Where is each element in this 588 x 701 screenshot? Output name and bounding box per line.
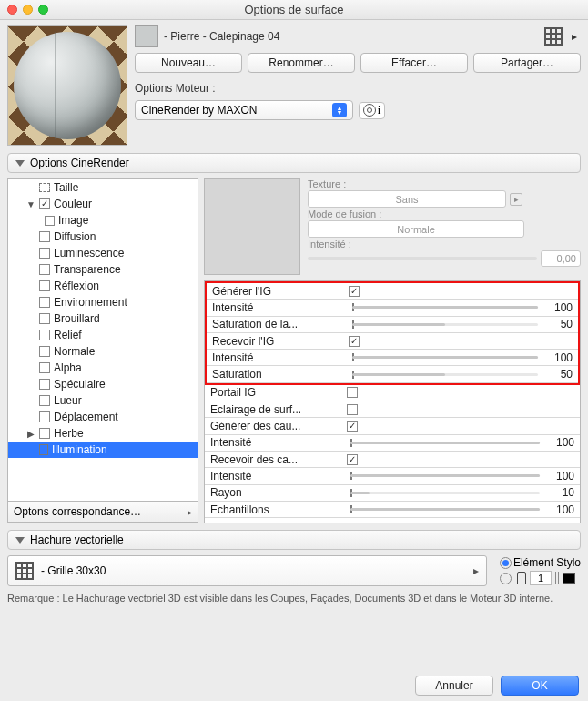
rename-button[interactable]: Renommer… xyxy=(248,53,355,73)
pen-element-radio[interactable]: Elément Stylo xyxy=(500,556,581,569)
prop-row: Intensité100 xyxy=(205,468,580,484)
checkbox-icon[interactable] xyxy=(39,346,50,357)
pen-icon xyxy=(517,572,526,584)
prop-row: Rayon10 xyxy=(205,485,580,502)
checkbox-icon[interactable] xyxy=(39,411,50,422)
export-arrow-icon[interactable]: ▸ xyxy=(568,30,581,43)
cancel-button[interactable]: Annuler xyxy=(415,676,493,696)
material-swatch[interactable] xyxy=(135,25,158,47)
tree-item-d-placement[interactable]: Déplacement xyxy=(8,409,198,425)
engine-value: CineRender by MAXON xyxy=(141,104,257,117)
tree-item-relief[interactable]: Relief xyxy=(8,327,198,343)
checkbox[interactable] xyxy=(347,387,358,398)
checkbox-icon[interactable] xyxy=(39,330,50,340)
texture-browse-icon[interactable]: ▸ xyxy=(510,193,522,206)
new-button[interactable]: Nouveau… xyxy=(135,53,242,73)
engine-select[interactable]: CineRender by MAXON ▲▼ xyxy=(135,100,353,120)
file-icon xyxy=(39,444,48,455)
prop-row: Générer des cau... xyxy=(205,418,580,434)
prop-row: Intensité100 xyxy=(207,300,578,316)
prop-row: Portail IG xyxy=(205,385,580,401)
checkbox[interactable] xyxy=(347,421,358,432)
checkbox[interactable] xyxy=(347,404,358,415)
texture-button[interactable]: Sans xyxy=(308,190,506,208)
tree-item-environnement[interactable]: Environnement xyxy=(8,294,198,310)
tree-item-illumination[interactable]: Illumination xyxy=(8,442,198,458)
sphere-icon xyxy=(14,32,121,139)
blendmode-button[interactable]: Normale xyxy=(308,220,524,238)
tree-item-image[interactable]: Image xyxy=(8,212,198,229)
slider[interactable] xyxy=(350,492,540,494)
checkbox-icon[interactable] xyxy=(39,379,50,390)
slider[interactable] xyxy=(352,373,538,376)
hatch-grid-icon[interactable] xyxy=(544,27,563,46)
illumination-properties: Générer l'IGIntensité100Saturation de la… xyxy=(204,280,581,523)
tree-footer-label: Optons correspondance… xyxy=(14,505,141,518)
slider[interactable] xyxy=(350,508,540,511)
pen-custom-radio[interactable]: 1 xyxy=(500,571,581,585)
checkbox-icon[interactable] xyxy=(39,264,50,275)
checkbox[interactable] xyxy=(349,336,360,347)
material-3d-preview xyxy=(7,25,127,146)
intensity-value[interactable]: 0,00 xyxy=(541,250,581,267)
tree-item-brouillard[interactable]: Brouillard xyxy=(8,310,198,327)
texture-label: Texture : xyxy=(308,178,581,189)
checkbox-icon[interactable] xyxy=(39,362,50,373)
hatch-remark: Remarque : Le Hachurage vectoriel 3D est… xyxy=(7,592,581,604)
material-name: - Pierre - Calepinage 04 xyxy=(164,30,539,43)
hatch-title: Hachure vectorielle xyxy=(30,533,124,546)
tree-item-transparence[interactable]: Transparence xyxy=(8,261,198,278)
checkbox-icon[interactable] xyxy=(39,231,50,242)
checkbox-icon[interactable] xyxy=(39,248,50,259)
hatch-grid-icon xyxy=(15,562,34,580)
pen-number-input[interactable]: 1 xyxy=(530,571,552,585)
checkbox-icon[interactable] xyxy=(39,198,50,209)
prop-row: Eclairage de surf... xyxy=(205,401,580,418)
tree-item-lueur[interactable]: Lueur xyxy=(8,392,198,409)
highlighted-ig-group: Générer l'IGIntensité100Saturation de la… xyxy=(205,281,580,385)
tree-item-r-flexion[interactable]: Réflexion xyxy=(8,278,198,294)
checkbox-icon[interactable] xyxy=(39,395,50,406)
color-swatch-black[interactable] xyxy=(563,573,575,584)
hatch-section-header[interactable]: Hachure vectorielle xyxy=(7,530,581,550)
chevron-right-icon: ▸ xyxy=(188,507,192,517)
tree-item-taille[interactable]: Taille xyxy=(8,179,198,196)
slider[interactable] xyxy=(350,442,540,444)
tree-item-alpha[interactable]: Alpha xyxy=(8,360,198,376)
channel-tree[interactable]: Taille▼CouleurImageDiffusionLuminescence… xyxy=(7,178,198,502)
prop-row: Echantillons100 xyxy=(205,502,580,518)
prop-row: Saturation de la...50 xyxy=(207,317,578,333)
ok-button[interactable]: OK xyxy=(501,676,579,696)
slider[interactable] xyxy=(352,356,538,359)
tree-item-diffusion[interactable]: Diffusion xyxy=(8,229,198,245)
tree-item-luminescence[interactable]: Luminescence xyxy=(8,245,198,261)
tree-item-couleur[interactable]: ▼Couleur xyxy=(8,196,198,212)
slider[interactable] xyxy=(352,306,538,309)
tree-footer-button[interactable]: Optons correspondance… ▸ xyxy=(7,502,198,523)
engine-label: Options Moteur : xyxy=(135,82,581,95)
tree-item-herbe[interactable]: ▶Herbe xyxy=(8,425,198,442)
hatch-pattern-name: - Grille 30x30 xyxy=(41,564,106,577)
intensity-slider[interactable] xyxy=(308,257,537,260)
share-button[interactable]: Partager… xyxy=(473,53,581,73)
info-icon[interactable]: i xyxy=(378,104,380,117)
prop-row: Intensité100 xyxy=(205,435,580,452)
checkbox-icon[interactable] xyxy=(39,313,50,324)
prop-row: Générer l'IG xyxy=(207,283,578,300)
preview-eye-icon[interactable] xyxy=(363,104,376,117)
slider[interactable] xyxy=(352,323,538,326)
tree-item-sp-culaire[interactable]: Spéculaire xyxy=(8,376,198,392)
checkbox-icon[interactable] xyxy=(39,280,50,291)
hatch-pattern-select[interactable]: - Grille 30x30 ▸ xyxy=(7,555,487,586)
prop-row: Saturation50 xyxy=(207,366,578,382)
checkbox[interactable] xyxy=(347,454,358,465)
checkbox-icon[interactable] xyxy=(39,428,50,439)
tree-item-normale[interactable]: Normale xyxy=(8,343,198,360)
checkbox[interactable] xyxy=(349,286,360,297)
slider[interactable] xyxy=(350,474,540,477)
checkbox-icon[interactable] xyxy=(39,297,50,308)
image-icon xyxy=(45,216,55,226)
delete-button[interactable]: Effacer… xyxy=(360,53,468,73)
cinerender-section-header[interactable]: Options CineRender xyxy=(7,153,581,173)
intensity-label: Intensité : xyxy=(308,239,581,249)
